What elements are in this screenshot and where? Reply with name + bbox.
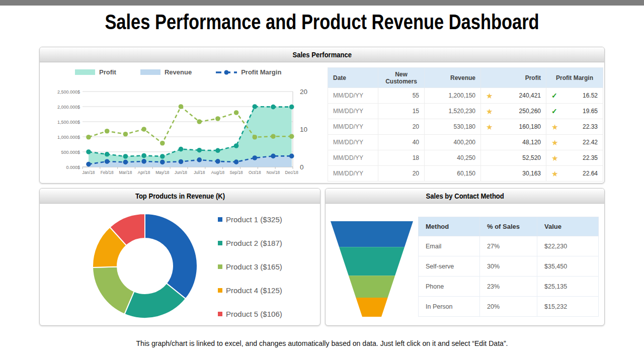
funnel-segment-phone[interactable] xyxy=(349,276,395,298)
profit-cell: 52,520 xyxy=(481,150,546,166)
table-row: MM/DD/YY20530,180★160,180★22.33 xyxy=(328,119,603,135)
revenue-cell: 60,150 xyxy=(425,166,481,182)
product-legend-item: Product 4 ($125) xyxy=(218,279,282,302)
x-axis-month-label: Aug/18 xyxy=(211,170,225,175)
new-customers-cell: 55 xyxy=(378,88,425,104)
revenue-line-marker xyxy=(253,155,258,160)
product-legend-label: Product 1 ($325) xyxy=(226,215,282,224)
right-axis-tick-label: 20 xyxy=(300,88,307,96)
footer-note: This graph/chart is linked to excel, and… xyxy=(19,339,624,347)
funnel-segment-email[interactable] xyxy=(331,221,413,247)
empty-icon-slot xyxy=(486,170,488,177)
x-axis-month-label: Mar/18 xyxy=(119,170,132,175)
profit-margin-line-marker xyxy=(86,135,91,140)
panel-header-sales-performance: Sales Performance xyxy=(40,47,604,62)
profit-margin-cell: ★22.42 xyxy=(546,135,603,150)
table-row: In Person20%$15,232 xyxy=(419,297,599,317)
legend-bullet-icon xyxy=(218,288,222,293)
panel-top-products: Top Products in Revenue (K) Product 1 ($… xyxy=(39,188,320,326)
date-cell: MM/DD/YY xyxy=(328,150,378,166)
funnel-segment-in-person[interactable] xyxy=(356,298,387,317)
date-cell: MM/DD/YY xyxy=(328,119,378,135)
contact-method-funnel-chart[interactable] xyxy=(330,221,414,317)
legend-label-profit: Profit xyxy=(99,68,116,76)
pie-slice-3[interactable] xyxy=(93,267,134,314)
profit-margin-line-marker xyxy=(271,134,276,139)
pct-of-sales-cell: 27% xyxy=(480,236,537,256)
col-header-new-customers: New Customers xyxy=(378,68,425,88)
col-header-value: Value xyxy=(537,217,599,236)
value-cell: $35,450 xyxy=(537,256,599,277)
table-row: MM/DD/YY1840,250 52,520★22.35 xyxy=(328,150,603,166)
right-axis-tick-label: 0 xyxy=(300,163,304,171)
revenue-line-marker xyxy=(289,154,294,159)
sales-performance-chart[interactable]: 0.000$500.000$1,000.000$1,500.000$2,000.… xyxy=(40,80,327,182)
date-cell: MM/DD/YY xyxy=(328,135,378,150)
method-cell: Email xyxy=(419,236,480,256)
left-axis-tick-label: 2,000.000$ xyxy=(57,105,80,110)
profit-margin-cell: ✓19.65 xyxy=(546,104,603,119)
table-row: MM/DD/YY2060,150 30,163★22.64 xyxy=(328,166,603,182)
revenue-cell: 530,180 xyxy=(425,119,481,135)
star-icon: ★ xyxy=(551,154,558,162)
top-products-donut-chart[interactable] xyxy=(90,211,200,321)
profit-margin-line-marker xyxy=(123,132,128,137)
product-legend-label: Product 5 ($106) xyxy=(226,310,282,318)
legend-bullet-icon xyxy=(218,312,222,316)
col-header-revenue: Revenue xyxy=(425,68,481,88)
profit-margin-value: 22.64 xyxy=(583,170,598,177)
right-axis-tick-label: 10 xyxy=(300,126,307,133)
top-products-legend: Product 1 ($325)Product 2 ($187)Product … xyxy=(218,208,282,326)
table-row: MM/DD/YY151,520,230★250,260✓19.65 xyxy=(328,104,603,119)
left-axis-tick-label: 1,000.000$ xyxy=(57,135,80,140)
table-row: Phone23%$25,135 xyxy=(419,277,599,297)
profit-value: 250,260 xyxy=(519,108,541,115)
profit-margin-line-marker xyxy=(215,116,220,121)
revenue-cell: 1,200,150 xyxy=(425,88,481,104)
profit-margin-cell: ✓16.52 xyxy=(546,88,603,104)
x-axis-month-label: Dec/18 xyxy=(285,170,299,175)
x-axis-month-label: May/18 xyxy=(155,170,170,175)
profit-line-marker xyxy=(234,143,239,148)
product-legend-label: Product 4 ($125) xyxy=(226,286,282,295)
profit-area-swatch-icon xyxy=(75,69,95,75)
profit-margin-value: 22.42 xyxy=(583,139,598,146)
revenue-cell: 400,200 xyxy=(425,135,481,150)
left-axis-tick-label: 0.000$ xyxy=(66,165,80,170)
panel-title-contact-method: Sales by Contact Method xyxy=(426,192,504,200)
performance-chart-legend: Profit Revenue Profit Margin xyxy=(75,68,305,76)
profit-cell: ★240,421 xyxy=(481,88,546,104)
panel-header-top-products: Top Products in Revenue (K) xyxy=(40,189,320,204)
legend-item-profit: Profit xyxy=(75,68,116,76)
product-legend-label: Product 2 ($187) xyxy=(226,239,282,247)
legend-bullet-icon xyxy=(218,264,222,269)
profit-line-marker xyxy=(141,153,146,158)
pie-slice-1[interactable] xyxy=(145,214,197,299)
profit-line-marker xyxy=(215,148,220,153)
product-legend-item: Product 1 ($325) xyxy=(218,208,282,231)
profit-cell: ★250,260 xyxy=(481,104,546,119)
funnel-segment-self-serve[interactable] xyxy=(339,247,405,276)
revenue-line-marker xyxy=(160,160,165,165)
table-row: Email27%$22,230 xyxy=(419,236,599,256)
product-legend-item: Product 3 ($165) xyxy=(218,255,282,279)
star-icon: ★ xyxy=(551,123,558,131)
profit-margin-line-marker xyxy=(160,141,165,146)
x-axis-month-label: Sep/18 xyxy=(229,170,243,175)
left-axis-tick-label: 2,500.000$ xyxy=(57,89,80,95)
star-icon: ★ xyxy=(486,123,493,131)
profit-margin-line-marker xyxy=(141,127,146,132)
table-header-row: Date New Customers Revenue Profit Profit… xyxy=(328,68,603,88)
profit-margin-line-marker xyxy=(105,129,110,134)
method-cell: Phone xyxy=(419,277,480,297)
profit-line-marker xyxy=(253,104,258,109)
empty-icon-slot xyxy=(486,139,488,146)
revenue-line-marker xyxy=(234,159,239,164)
x-axis-month-label: Oct/18 xyxy=(249,170,261,175)
sales-performance-table: Date New Customers Revenue Profit Profit… xyxy=(328,67,603,182)
profit-cell: 30,163 xyxy=(481,166,546,182)
profit-margin-value: 22.35 xyxy=(583,154,598,161)
check-icon: ✓ xyxy=(551,108,557,115)
pct-of-sales-cell: 23% xyxy=(480,277,537,297)
profit-line-marker xyxy=(86,149,91,154)
